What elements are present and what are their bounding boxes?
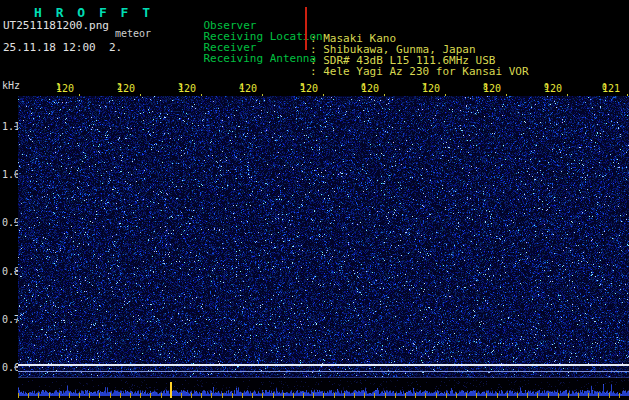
x-axis-label-base: 120 xyxy=(361,83,379,94)
x-axis-label-base: 120 xyxy=(56,83,74,94)
x-axis-label: 1203 xyxy=(178,83,183,96)
x-axis-label-base: 120 xyxy=(239,83,257,94)
hrofft-screen: H R O F F T UT2511181200.png meteor 25.1… xyxy=(0,0,629,400)
y-axis-unit: kHz xyxy=(2,80,20,91)
x-axis-label: 1209 xyxy=(544,83,549,96)
x-axis-label: 1204 xyxy=(239,83,244,96)
x-axis-label-base: 120 xyxy=(422,83,440,94)
x-axis-label-base: 120 xyxy=(544,83,562,94)
x-axis-label-base: 120 xyxy=(178,83,196,94)
x-axis-label-base: 120 xyxy=(483,83,501,94)
info-label: Receiving Antenna xyxy=(204,52,317,65)
x-axis-label: 1210 xyxy=(602,83,607,96)
output-filename: UT2511181200.png xyxy=(3,19,109,32)
observation-mode-label: meteor xyxy=(115,28,151,39)
x-axis-label: 1205 xyxy=(300,83,305,96)
x-axis-label: 1202 xyxy=(117,83,122,96)
x-axis-label: 1208 xyxy=(483,83,488,96)
red-divider-line xyxy=(305,7,307,50)
app-title: H R O F F T xyxy=(34,5,153,20)
x-axis-label-base: 121 xyxy=(602,83,620,94)
x-axis-label-base: 120 xyxy=(300,83,318,94)
x-axis-label: 1207 xyxy=(422,83,427,96)
signal-level-strip-canvas xyxy=(18,378,629,400)
record-datetime: 25.11.18 12:00 2. xyxy=(3,41,122,54)
info-value: : 4ele Yagi Az 230 for Kansai VOR xyxy=(310,65,529,78)
x-axis-label: 1201 xyxy=(56,83,61,96)
x-axis-label-base: 120 xyxy=(117,83,135,94)
x-axis-label: 1206 xyxy=(361,83,366,96)
spectrogram-canvas xyxy=(18,96,629,378)
